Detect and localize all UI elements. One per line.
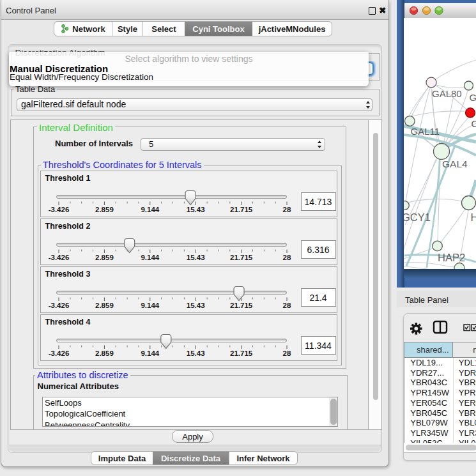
svg-text:2.859: 2.859 [95, 302, 114, 309]
svg-text:28: 28 [282, 302, 291, 309]
svg-text:-3.426: -3.426 [48, 254, 69, 261]
svg-text:-3.426: -3.426 [48, 349, 69, 357]
svg-text:28: 28 [282, 206, 291, 213]
svg-text:GAL80: GAL80 [432, 88, 462, 99]
svg-text:HAP2: HAP2 [438, 252, 465, 263]
svg-text:15.43: 15.43 [186, 302, 204, 309]
svg-text:C: C [472, 118, 476, 129]
svg-text:28: 28 [282, 254, 291, 261]
svg-text:9.144: 9.144 [141, 302, 159, 309]
svg-text:15.43: 15.43 [186, 206, 204, 213]
svg-text:2.859: 2.859 [95, 254, 114, 261]
svg-text:21.715: 21.715 [230, 349, 253, 357]
svg-text:9.144: 9.144 [141, 349, 159, 357]
svg-text:9.144: 9.144 [141, 206, 159, 213]
svg-text:2.859: 2.859 [95, 206, 114, 213]
svg-text:H: H [471, 211, 476, 223]
svg-text:9.144: 9.144 [141, 254, 159, 261]
svg-text:28: 28 [282, 349, 291, 357]
svg-text:15.43: 15.43 [186, 349, 204, 357]
svg-text:21.715: 21.715 [230, 254, 253, 261]
svg-text:-3.426: -3.426 [48, 302, 69, 309]
svg-text:21.715: 21.715 [230, 302, 253, 309]
svg-text:GA: GA [470, 92, 476, 103]
svg-text:GCY1: GCY1 [404, 211, 431, 223]
svg-text:2.859: 2.859 [95, 349, 114, 357]
svg-text:GAL11: GAL11 [411, 126, 440, 137]
svg-text:15.43: 15.43 [186, 254, 204, 261]
svg-text:21.715: 21.715 [230, 206, 253, 213]
svg-text:-3.426: -3.426 [48, 206, 69, 213]
svg-text:GAL4: GAL4 [442, 158, 468, 169]
